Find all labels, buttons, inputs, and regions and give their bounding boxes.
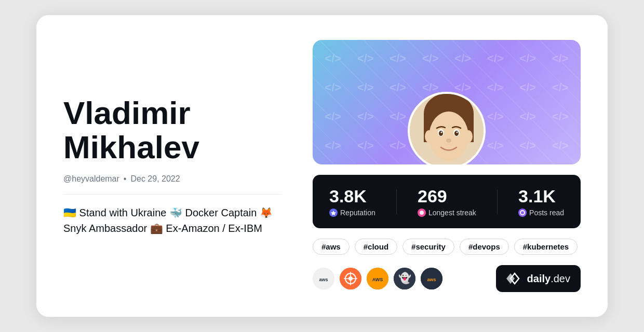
user-name: Vladimir Mikhalev: [63, 96, 281, 163]
streak-label: Longest streak: [418, 209, 476, 217]
squad-aws-text[interactable]: aws: [313, 268, 334, 289]
svg-text:AWS: AWS: [372, 277, 383, 282]
tag-devops[interactable]: #devops: [460, 239, 509, 255]
posts-value: 3.1K: [518, 186, 556, 206]
svg-point-16: [420, 211, 424, 215]
stats-bar: 3.8K Reputation 269 Longest streak: [313, 175, 581, 228]
profile-card: Vladimir Mikhalev @heyvaldemar • Dec 29,…: [36, 15, 608, 317]
tag-security[interactable]: #security: [403, 239, 454, 255]
profile-cover: </> </> </> </> </> </> </> </> </> </> …: [313, 40, 581, 164]
user-bio: 🇺🇦 Stand with Ukraine 🐳 Docker Captain 🦊…: [63, 205, 281, 236]
svg-marker-15: [331, 211, 336, 215]
bottom-row: aws AWS: [313, 265, 581, 292]
svg-text:aws: aws: [427, 277, 436, 282]
squad-icons: aws AWS: [313, 268, 442, 289]
svg-point-5: [425, 130, 433, 143]
tag-aws[interactable]: #aws: [313, 239, 350, 255]
svg-point-12: [457, 132, 458, 133]
daily-logo-icon: [506, 271, 523, 286]
divider: [63, 194, 281, 195]
avatar-svg: [410, 94, 486, 164]
svg-point-17: [520, 211, 525, 215]
svg-point-9: [439, 131, 443, 136]
squad-ghost[interactable]: 👻: [394, 268, 415, 289]
svg-text:👻: 👻: [398, 272, 411, 284]
squad-aws-dark[interactable]: aws: [421, 268, 442, 289]
svg-point-6: [464, 130, 473, 143]
stat-reputation: 3.8K Reputation: [329, 186, 375, 217]
posts-label: Posts read: [518, 209, 564, 217]
streak-icon: [418, 209, 426, 217]
tag-kubernetes[interactable]: #kubernetes: [514, 239, 578, 255]
user-handle-row: @heyvaldemar • Dec 29, 2022: [63, 174, 281, 184]
stat-posts: 3.1K Posts read: [518, 186, 564, 217]
right-section: </> </> </> </> </> </> </> </> </> </> …: [313, 40, 581, 292]
svg-point-13: [446, 139, 451, 143]
tags-section: #aws #cloud #security #devops #kubernete…: [313, 239, 581, 255]
squad-aws-orange[interactable]: AWS: [367, 268, 388, 289]
daily-logo-text: daily.dev: [527, 273, 570, 285]
svg-text:aws: aws: [319, 277, 328, 282]
svg-point-11: [441, 132, 442, 133]
reputation-label: Reputation: [329, 209, 375, 217]
squad-target[interactable]: [340, 268, 361, 289]
reputation-icon: [329, 209, 338, 217]
join-date: Dec 29, 2022: [130, 174, 180, 184]
stat-separator-1: [396, 189, 397, 214]
dot-separator: •: [124, 174, 127, 184]
stat-separator-2: [497, 189, 498, 214]
avatar-container: [408, 92, 486, 164]
streak-value: 269: [418, 186, 447, 206]
posts-icon: [518, 209, 527, 217]
avatar: [408, 92, 486, 164]
reputation-value: 3.8K: [329, 186, 367, 206]
svg-point-4: [429, 112, 468, 161]
daily-dev-logo: daily.dev: [496, 265, 581, 292]
stat-streak: 269 Longest streak: [418, 186, 476, 217]
tag-cloud[interactable]: #cloud: [355, 239, 397, 255]
left-section: Vladimir Mikhalev @heyvaldemar • Dec 29,…: [63, 96, 281, 236]
svg-point-10: [454, 131, 459, 136]
user-handle: @heyvaldemar: [63, 174, 119, 184]
